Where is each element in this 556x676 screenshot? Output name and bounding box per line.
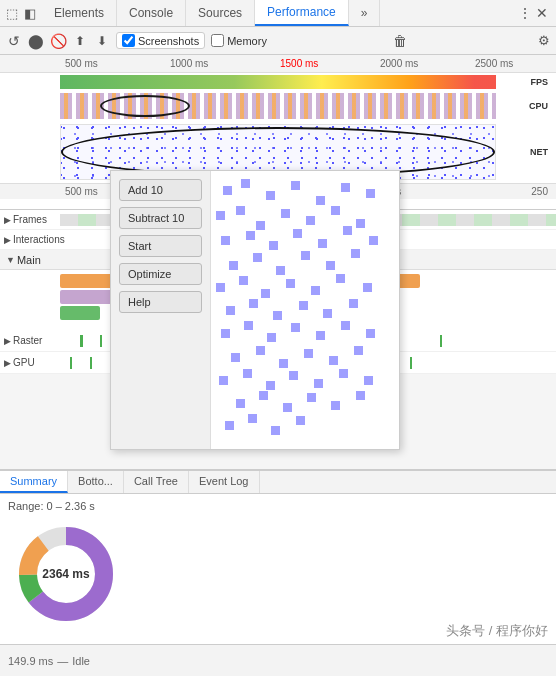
tab-console[interactable]: Console [117, 0, 186, 26]
svg-rect-67 [283, 403, 292, 412]
svg-rect-52 [231, 353, 240, 362]
svg-rect-65 [236, 399, 245, 408]
net-label: NET [530, 147, 548, 157]
svg-rect-37 [336, 274, 345, 283]
time-1500: 1500 ms [280, 58, 318, 69]
raster-arrow[interactable]: ▶ [4, 336, 11, 346]
popup-dots-area [211, 171, 399, 449]
svg-rect-12 [216, 211, 225, 220]
svg-rect-35 [286, 279, 295, 288]
svg-rect-53 [256, 346, 265, 355]
tab-performance[interactable]: Performance [255, 0, 349, 26]
cpu-label: CPU [529, 101, 548, 111]
svg-rect-16 [306, 216, 315, 225]
range-text: Range: 0 – 2.36 s [8, 500, 548, 512]
bottom-tabs: Summary Botto... Call Tree Event Log [0, 471, 556, 494]
status-left: 149.9 ms [8, 655, 53, 667]
kebab-icon[interactable]: ⋮ [518, 5, 532, 21]
svg-rect-14 [256, 221, 265, 230]
tab-sources[interactable]: Sources [186, 0, 255, 26]
svg-rect-13 [236, 206, 245, 215]
time-500: 500 ms [65, 58, 98, 69]
main-arrow[interactable]: ▼ [6, 255, 15, 265]
interactions-arrow[interactable]: ▶ [4, 235, 11, 245]
reload-button[interactable]: ↺ [6, 33, 22, 49]
close-devtools-icon[interactable]: ✕ [536, 5, 548, 21]
svg-rect-34 [261, 289, 270, 298]
main-label: Main [17, 254, 41, 266]
tab-summary[interactable]: Summary [0, 471, 68, 493]
donut-center-text: 2364 ms [42, 567, 89, 581]
svg-rect-40 [249, 299, 258, 308]
svg-rect-32 [216, 283, 225, 292]
svg-rect-55 [304, 349, 313, 358]
svg-rect-7 [266, 191, 275, 200]
time-2500: 2500 ms [475, 58, 513, 69]
frames-arrow[interactable]: ▶ [4, 215, 11, 225]
gpu-label: GPU [13, 357, 35, 368]
stop-button[interactable]: ⬤ [28, 33, 44, 49]
help-button[interactable]: Help [119, 291, 202, 313]
svg-rect-45 [221, 329, 230, 338]
add-10-button[interactable]: Add 10 [119, 179, 202, 201]
subtract-10-button[interactable]: Subtract 10 [119, 207, 202, 229]
tab-more[interactable]: » [349, 0, 381, 26]
clear-button[interactable]: 🚫 [50, 33, 66, 49]
svg-rect-61 [289, 371, 298, 380]
t-500: 500 ms [65, 186, 98, 197]
memory-checkbox-label[interactable]: Memory [211, 34, 267, 47]
svg-rect-69 [331, 401, 340, 410]
interactions-label: Interactions [13, 234, 65, 245]
tab-call-tree[interactable]: Call Tree [124, 471, 189, 493]
svg-rect-8 [291, 181, 300, 190]
memory-checkbox[interactable] [211, 34, 224, 47]
svg-rect-57 [354, 346, 363, 355]
svg-rect-20 [246, 231, 255, 240]
fps-row: FPS [0, 73, 556, 91]
time-2000: 2000 ms [380, 58, 418, 69]
screenshots-checkbox-label[interactable]: Screenshots [116, 32, 205, 49]
svg-rect-72 [248, 414, 257, 423]
svg-rect-59 [243, 369, 252, 378]
svg-rect-30 [326, 261, 335, 270]
devtools-icon-1: ⬚ [6, 6, 18, 21]
svg-rect-64 [364, 376, 373, 385]
svg-rect-54 [279, 359, 288, 368]
flame-bar-3 [60, 306, 100, 320]
download-button[interactable]: ⬇ [94, 33, 110, 49]
svg-rect-73 [271, 426, 280, 435]
svg-rect-68 [307, 393, 316, 402]
svg-rect-66 [259, 391, 268, 400]
svg-rect-60 [266, 381, 275, 390]
tab-elements[interactable]: Elements [42, 0, 117, 26]
screenshots-checkbox[interactable] [122, 34, 135, 47]
start-button[interactable]: Start [119, 235, 202, 257]
time-1000: 1000 ms [170, 58, 208, 69]
svg-rect-41 [273, 311, 282, 320]
donut-chart: 2364 ms [16, 524, 116, 624]
settings-icon[interactable]: ⚙ [538, 33, 550, 48]
svg-rect-5 [223, 186, 232, 195]
optimize-button[interactable]: Optimize [119, 263, 202, 285]
gpu-arrow[interactable]: ▶ [4, 358, 11, 368]
devtools-icon-2: ◧ [24, 6, 36, 21]
svg-rect-18 [356, 219, 365, 228]
bottom-panel: Summary Botto... Call Tree Event Log Ran… [0, 469, 556, 644]
tab-event-log[interactable]: Event Log [189, 471, 260, 493]
frames-label: Frames [13, 214, 47, 225]
svg-rect-19 [221, 236, 230, 245]
svg-rect-70 [356, 391, 365, 400]
status-separator: — [57, 655, 68, 667]
tab-bottom-up[interactable]: Botto... [68, 471, 124, 493]
dots-svg [211, 171, 399, 449]
svg-rect-74 [296, 416, 305, 425]
svg-rect-33 [239, 276, 248, 285]
status-bar: 149.9 ms — Idle [0, 644, 556, 676]
trash-icon[interactable]: 🗑 [392, 33, 408, 49]
svg-rect-63 [339, 369, 348, 378]
upload-button[interactable]: ⬆ [72, 33, 88, 49]
cpu-row: CPU [0, 91, 556, 121]
time-ruler-top: 500 ms 1000 ms 1500 ms 2000 ms 2500 ms [0, 55, 556, 73]
watermark: 头条号 / 程序你好 [446, 622, 548, 640]
raster-label: Raster [13, 335, 42, 346]
